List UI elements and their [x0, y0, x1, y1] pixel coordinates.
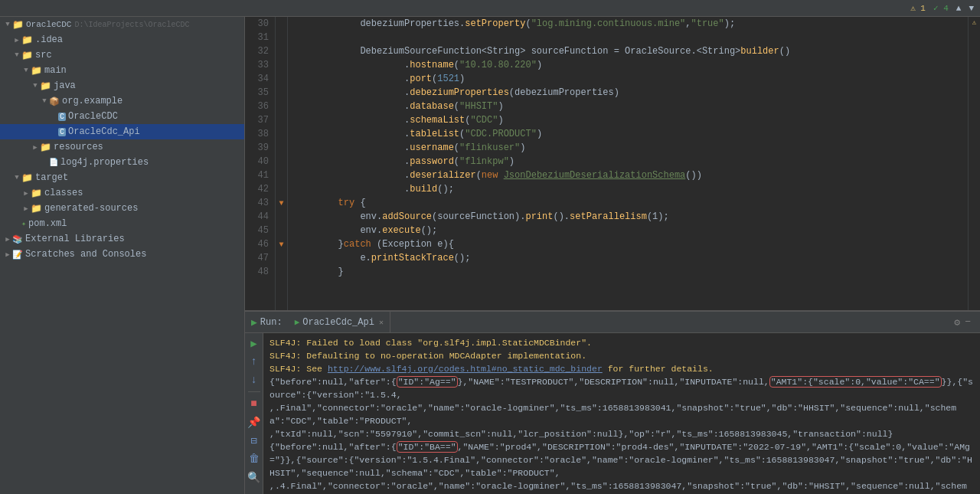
run-search-icon[interactable]: 🔍 [247, 470, 261, 484]
code-token: "HHSIT" [459, 100, 498, 113]
sidebar-item-src[interactable]: ▼ 📁 src [0, 47, 244, 63]
class-icon: C [58, 128, 66, 136]
sidebar-item-resources[interactable]: ▶ 📁 resources [0, 139, 244, 155]
arrow-icon: ▼ [21, 67, 31, 74]
code-token: . [294, 72, 410, 86]
run-filter-icon[interactable]: ⊟ [247, 433, 261, 447]
code-token: database [410, 100, 454, 113]
file-icon: 📄 [49, 158, 58, 167]
code-token: ( [459, 127, 465, 141]
xml-icon: ✦ [21, 219, 26, 228]
arrow-icon: ▶ [3, 250, 12, 259]
code-token: (1); [647, 210, 669, 224]
run-tab-oraclecdc-api[interactable]: ▶ OracleCdc_Api ✕ [289, 312, 390, 333]
sidebar-item-main[interactable]: ▼ 📁 main [0, 63, 244, 78]
run-actions: ▶ ↑ ↓ ■ 📌 ⊟ 🗑 🔍 [245, 333, 263, 494]
run-hide-icon[interactable]: − [965, 316, 971, 329]
run-panel: ▶ Run: ▶ OracleCdc_Api ✕ ⚙ − [245, 310, 980, 494]
run-body: ▶ ↑ ↓ ■ 📌 ⊟ 🗑 🔍 SLF4J: Failed to load cl… [245, 333, 980, 494]
sidebar-item-oraclecdc-class[interactable]: ▶ C OracleCDC [0, 109, 244, 124]
folder-icon: 📁 [40, 142, 51, 153]
code-token: e. [294, 251, 371, 265]
code-token: ( [454, 141, 459, 155]
run-tab-label: OracleCdc_Api [302, 317, 374, 328]
nav-up[interactable]: ▲ [956, 4, 962, 13]
code-token: ( [454, 155, 459, 168]
arrow-icon: ▶ [3, 235, 12, 244]
code-token: ( [476, 168, 482, 182]
run-pin-icon[interactable]: 📌 [247, 415, 261, 429]
code-line-39: .username("flinkuser") [294, 141, 962, 155]
line-numbers: 30 31 32 33 34 35 36 37 38 39 40 41 42 4… [245, 17, 276, 310]
code-token: . [294, 168, 410, 182]
scratch-icon: 📝 [12, 250, 23, 260]
run-output[interactable]: SLF4J: Failed to load class "org.slf4j.i… [263, 333, 980, 494]
fold-arrow-try[interactable]: ▼ [279, 199, 283, 208]
run-scroll-down-icon[interactable]: ↓ [247, 373, 261, 387]
code-line-40: .password("flinkpw") [294, 155, 962, 168]
code-token: catch [344, 237, 371, 251]
code-content[interactable]: debeziumProperties.setProperty("log.mini… [288, 17, 968, 310]
run-settings-icon[interactable]: ⚙ [954, 316, 960, 329]
code-line-31 [294, 31, 962, 44]
code-token: ) [498, 100, 503, 113]
run-stop-icon[interactable]: ■ [247, 397, 261, 411]
code-token: } [294, 237, 344, 251]
folder-icon: 📁 [31, 203, 42, 214]
code-token: username [410, 141, 454, 155]
sidebar-label: org.example [62, 96, 122, 106]
code-token: "CDC.PRODUCT" [465, 127, 537, 141]
sidebar-item-generated-sources[interactable]: ▶ 📁 generated-sources [0, 201, 244, 216]
run-tab-close-icon[interactable]: ✕ [379, 318, 384, 327]
code-token: "log.mining.continuous.mine" [531, 17, 686, 31]
code-token: deserializer [410, 168, 475, 182]
code-token: { [354, 196, 365, 210]
sidebar-item-java[interactable]: ▼ 📁 java [0, 78, 244, 93]
sidebar-item-oraclecdc-root[interactable]: ▼ 📁 OracleCDC D:\IdeaProjects\OracleCDC [0, 17, 244, 32]
arrow-icon: ▼ [12, 174, 21, 182]
circled-id-1: "ID":"Ag==" [397, 376, 458, 388]
code-line-38: .tableList("CDC.PRODUCT") [294, 127, 962, 141]
arrow-icon: ▼ [40, 97, 49, 105]
lib-icon: 📚 [12, 234, 23, 244]
run-output-link[interactable]: http://www.slf4j.org/codes.html#no_stati… [328, 364, 603, 374]
run-clear-icon[interactable]: 🗑 [247, 452, 261, 466]
sidebar-label: resources [54, 142, 103, 152]
run-output-line-3: SLF4J: See http://www.slf4j.org/codes.ht… [270, 362, 974, 375]
sidebar-item-classes[interactable]: ▶ 📁 classes [0, 185, 244, 201]
code-token: "flinkuser" [459, 141, 520, 155]
sidebar-item-org-example[interactable]: ▼ 📦 org.example [0, 93, 244, 109]
sidebar-label: pom.xml [28, 218, 67, 229]
code-token: (debeziumProperties) [509, 86, 619, 100]
sidebar-item-scratches[interactable]: ▶ 📝 Scratches and Consoles [0, 247, 244, 262]
code-line-37: .schemaList("CDC") [294, 113, 962, 127]
run-tab-actions: ⚙ − [954, 316, 977, 329]
code-token: ) [459, 72, 465, 86]
run-scroll-up-icon[interactable]: ↑ [247, 355, 261, 368]
code-token: ( [454, 58, 459, 72]
run-tab-play-icon: ▶ [295, 317, 300, 327]
sidebar-project-name: OracleCDC [26, 20, 71, 29]
code-token: <String> [482, 44, 526, 58]
nav-down[interactable]: ▼ [969, 4, 974, 13]
code-token: ( [371, 237, 382, 251]
status-ok: ✓ 4 [933, 3, 949, 13]
sidebar-item-idea[interactable]: ▶ 📁 .idea [0, 32, 244, 47]
code-token: "flinkpw" [459, 155, 509, 168]
sidebar-item-oraclecdc-api-class[interactable]: ▶ C OracleCdc_Api [0, 124, 244, 139]
code-editor: 30 31 32 33 34 35 36 37 38 39 40 41 42 4… [245, 17, 980, 310]
code-line-43: try { [294, 196, 962, 210]
right-gutter: ⚠ [968, 17, 980, 310]
run-output-line-8: ,.4.Final","connector":"oracle","name":"… [270, 479, 974, 494]
sidebar-item-target[interactable]: ▼ 📁 target [0, 170, 244, 185]
run-rerun-icon[interactable]: ▶ [247, 336, 261, 350]
code-token: . [294, 86, 410, 100]
code-token: ) [537, 127, 542, 141]
run-output-line-5: ,.Final","connector":"oracle","name":"or… [270, 401, 974, 427]
code-token: ) [498, 113, 503, 127]
sidebar-item-pom-xml[interactable]: ▶ ✦ pom.xml [0, 216, 244, 231]
sidebar-item-external-libraries[interactable]: ▶ 📚 External Libraries [0, 231, 244, 247]
code-token: (); [437, 182, 454, 196]
sidebar-item-log4j[interactable]: ▶ 📄 log4j.properties [0, 155, 244, 170]
fold-arrow-catch[interactable]: ▼ [279, 240, 283, 249]
